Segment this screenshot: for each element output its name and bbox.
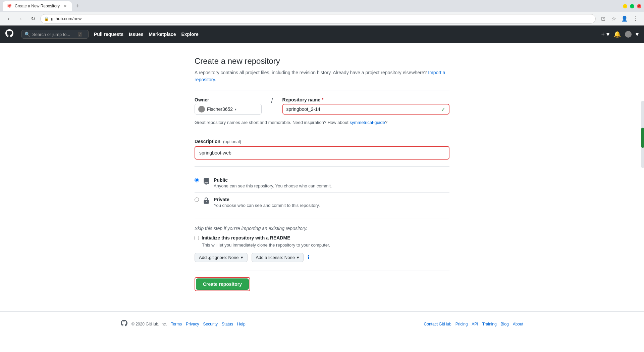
license-label: Add a license: None xyxy=(256,255,295,260)
visibility-public-option: Public Anyone can see this repository. Y… xyxy=(195,173,449,193)
browser-tab-active[interactable]: 🐙 Create a New Repository ✕ xyxy=(3,1,72,11)
tab-close-btn[interactable]: ✕ xyxy=(62,3,68,9)
address-bar[interactable]: 🔒 github.com/new xyxy=(40,14,596,24)
address-text: github.com/new xyxy=(51,16,592,21)
suggestion-link[interactable]: symmetrical-guide xyxy=(350,120,385,125)
divider-5 xyxy=(195,270,449,270)
init-skip-text: Skip this step if you're importing an ex… xyxy=(195,226,449,231)
slash-divider: / xyxy=(268,97,276,105)
nav-pull-requests[interactable]: Pull requests xyxy=(94,32,123,37)
gitignore-label: Add .gitignore: None xyxy=(199,255,239,260)
menu-btn[interactable]: ⋮ xyxy=(631,14,640,24)
footer-terms[interactable]: Terms xyxy=(171,322,182,326)
user-menu-btn[interactable]: ▾ xyxy=(636,31,639,38)
private-desc: You choose who can see and commit to thi… xyxy=(214,203,449,208)
repo-name-input-wrapper: ✓ xyxy=(282,104,449,115)
browser-toolbar: ‹ › ↻ 🔒 github.com/new ⊡ ☆ 👤 ⋮ xyxy=(0,12,644,26)
description-label: Description (optional) xyxy=(195,139,241,144)
new-tab-btn[interactable]: + xyxy=(73,1,83,11)
owner-group: Owner Fischer3652 ▾ xyxy=(195,97,262,115)
readme-row: Initialize this repository with a README xyxy=(195,235,449,240)
avatar[interactable] xyxy=(625,31,632,38)
description-section: Description (optional) xyxy=(195,139,449,160)
readme-desc: This will let you immediately clone the … xyxy=(202,243,449,248)
github-logo[interactable] xyxy=(5,29,13,39)
visibility-private-option: Private You choose who can see and commi… xyxy=(195,193,449,212)
page-title: Create a new repository xyxy=(195,56,449,66)
private-content: Private You choose who can see and commi… xyxy=(214,197,449,208)
footer-about[interactable]: About xyxy=(513,322,523,326)
back-btn[interactable]: ‹ xyxy=(4,14,13,24)
private-radio[interactable] xyxy=(195,197,199,202)
required-indicator: * xyxy=(322,97,323,102)
scrollbar[interactable] xyxy=(641,101,644,168)
footer-security[interactable]: Security xyxy=(203,322,218,326)
nav-issues[interactable]: Issues xyxy=(129,32,144,37)
divider-3 xyxy=(195,166,449,167)
maximize-btn[interactable]: □ xyxy=(630,4,634,8)
repo-name-hint: Great repository names are short and mem… xyxy=(195,120,449,125)
tab-title: Create a New Repository xyxy=(15,4,60,8)
nav-links: Pull requests Issues Marketplace Explore xyxy=(94,32,199,37)
footer-training[interactable]: Training xyxy=(482,322,497,326)
owner-label: Owner xyxy=(195,97,262,102)
repo-name-label: Repository name * xyxy=(282,97,449,102)
readme-checkbox[interactable] xyxy=(195,236,199,240)
browser-titlebar: 🐙 Create a New Repository ✕ + − □ ✕ xyxy=(0,0,644,12)
search-icon: 🔍 xyxy=(24,32,30,37)
tab-favicon: 🐙 xyxy=(7,3,12,9)
public-icon xyxy=(203,177,210,187)
search-shortcut: / xyxy=(78,32,82,37)
license-dropdown[interactable]: Add a license: None ▾ xyxy=(252,253,304,262)
subtitle-text: A repository contains all project files,… xyxy=(195,70,427,75)
license-info-icon[interactable]: ℹ xyxy=(308,254,310,261)
new-btn[interactable]: + ▾ xyxy=(601,31,609,38)
forward-btn[interactable]: › xyxy=(16,14,25,24)
search-box[interactable]: 🔍 / xyxy=(21,30,89,39)
description-input[interactable] xyxy=(197,148,447,158)
dropdowns-row: Add .gitignore: None ▾ Add a license: No… xyxy=(195,253,449,262)
page-content: Create a new repository A repository con… xyxy=(188,43,456,311)
footer-help[interactable]: Help xyxy=(237,322,246,326)
footer-api[interactable]: API xyxy=(472,322,478,326)
close-btn[interactable]: ✕ xyxy=(637,4,641,8)
readme-label: Initialize this repository with a README xyxy=(202,235,290,240)
nav-explore[interactable]: Explore xyxy=(181,32,198,37)
nav-right: + ▾ 🔔 ▾ xyxy=(601,31,639,38)
search-input[interactable] xyxy=(32,32,76,37)
public-radio[interactable] xyxy=(195,178,199,182)
profile-btn[interactable]: 👤 xyxy=(620,14,629,24)
footer-privacy[interactable]: Privacy xyxy=(186,322,199,326)
notification-btn[interactable]: 🔔 xyxy=(613,31,621,38)
minimize-btn[interactable]: − xyxy=(623,4,627,8)
footer-pricing[interactable]: Pricing xyxy=(455,322,468,326)
private-label: Private xyxy=(214,197,449,202)
footer: © 2020 GitHub, Inc. Terms Privacy Securi… xyxy=(0,311,644,336)
divider-4 xyxy=(195,219,449,219)
refresh-btn[interactable]: ↻ xyxy=(28,14,38,24)
create-btn-wrapper: Create repository xyxy=(195,277,250,291)
repo-name-input[interactable] xyxy=(283,104,438,114)
init-section: Skip this step if you're importing an ex… xyxy=(195,226,449,262)
scroll-thumb[interactable] xyxy=(641,128,644,148)
gitignore-dropdown[interactable]: Add .gitignore: None ▾ xyxy=(195,253,248,262)
public-label: Public xyxy=(214,177,449,183)
owner-repo-row: Owner Fischer3652 ▾ / Repository name * … xyxy=(195,97,449,115)
footer-blog[interactable]: Blog xyxy=(501,322,509,326)
public-content: Public Anyone can see this repository. Y… xyxy=(214,177,449,188)
license-caret: ▾ xyxy=(297,255,299,260)
owner-caret: ▾ xyxy=(235,107,236,111)
cast-btn[interactable]: ⊡ xyxy=(598,14,608,24)
create-repository-button[interactable]: Create repository xyxy=(196,278,249,290)
nav-marketplace[interactable]: Marketplace xyxy=(149,32,176,37)
footer-contact-github[interactable]: Contact GitHub xyxy=(424,322,451,326)
footer-status[interactable]: Status xyxy=(222,322,233,326)
footer-copyright: © 2020 GitHub, Inc. xyxy=(131,322,167,326)
repo-name-group: Repository name * ✓ xyxy=(282,97,449,115)
gitignore-caret: ▾ xyxy=(241,255,243,260)
private-icon xyxy=(203,197,210,206)
description-box xyxy=(195,146,449,160)
footer-logo xyxy=(121,320,127,328)
star-btn[interactable]: ☆ xyxy=(609,14,619,24)
owner-select[interactable]: Fischer3652 ▾ xyxy=(195,104,262,115)
